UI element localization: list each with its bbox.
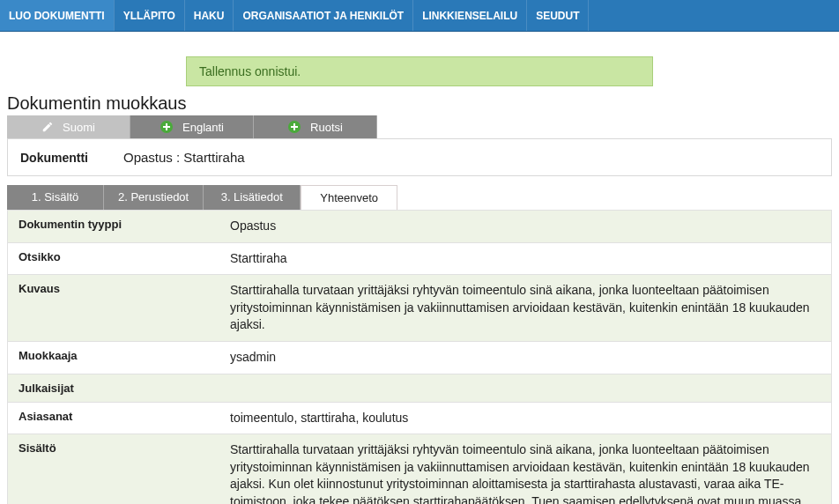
row-asiasanat: Asiasanat toimeentulo, starttiraha, koul… bbox=[8, 403, 831, 435]
row-kuvaus: Kuvaus Starttirahalla turvataan yrittäjä… bbox=[8, 275, 831, 342]
detail-value: Starttiraha bbox=[219, 243, 298, 275]
detail-value: Starttirahalla turvataan yrittäjäksi ryh… bbox=[219, 275, 831, 341]
detail-label: Muokkaaja bbox=[8, 342, 219, 374]
document-label: Dokumentti bbox=[20, 151, 88, 165]
step-tab-lisatiedot[interactable]: 3. Lisätiedot bbox=[204, 185, 301, 210]
lang-tab-label: Englanti bbox=[182, 121, 224, 134]
nav-linkkienselailu[interactable]: LINKKIENSELAILU bbox=[413, 0, 527, 31]
lang-tab-englanti[interactable]: Englanti bbox=[130, 115, 254, 138]
step-tab-sisalto[interactable]: 1. Sisältö bbox=[7, 185, 104, 210]
notice-wrap: Tallennus onnistui. bbox=[0, 56, 839, 86]
document-value: Opastus : Starttiraha bbox=[123, 150, 245, 165]
row-otsikko: Otsikko Starttiraha bbox=[8, 243, 831, 276]
row-dokumentin-tyyppi: Dokumentin tyyppi Opastus bbox=[8, 211, 831, 243]
plus-icon bbox=[287, 120, 301, 134]
detail-table: Dokumentin tyyppi Opastus Otsikko Startt… bbox=[7, 210, 832, 504]
nav-luo-dokumentti[interactable]: LUO DOKUMENTTI bbox=[0, 0, 115, 31]
lang-tab-ruotsi[interactable]: Ruotsi bbox=[254, 115, 377, 138]
lang-tab-label: Ruotsi bbox=[310, 121, 343, 134]
nav-haku[interactable]: HAKU bbox=[185, 0, 234, 31]
detail-value: toimeentulo, starttiraha, koulutus bbox=[219, 403, 419, 434]
step-tab-yhteenveto[interactable]: Yhteenveto bbox=[301, 185, 397, 210]
row-muokkaaja: Muokkaaja ysadmin bbox=[8, 342, 831, 374]
detail-value: Starttirahalla turvataan yrittäjäksi ryh… bbox=[219, 434, 831, 504]
detail-value bbox=[219, 374, 241, 402]
page-title: Dokumentin muokkaus bbox=[7, 93, 839, 114]
step-tab-perustiedot[interactable]: 2. Perustiedot bbox=[104, 185, 204, 210]
step-tabs: 1. Sisältö 2. Perustiedot 3. Lisätiedot … bbox=[7, 185, 832, 210]
nav-seudut[interactable]: SEUDUT bbox=[527, 0, 589, 31]
detail-label: Dokumentin tyyppi bbox=[8, 211, 219, 242]
detail-label: Asiasanat bbox=[8, 403, 219, 434]
language-tabs: Suomi Englanti Ruotsi bbox=[7, 115, 832, 138]
detail-label: Kuvaus bbox=[8, 275, 219, 341]
top-navigation: LUO DOKUMENTTI YLLÄPITO HAKU ORGANISAATI… bbox=[0, 0, 839, 32]
pencil-icon bbox=[41, 121, 54, 133]
lang-tab-suomi[interactable]: Suomi bbox=[7, 115, 130, 138]
nav-organisaatiot[interactable]: ORGANISAATIOT JA HENKILÖT bbox=[234, 0, 413, 31]
success-notice: Tallennus onnistui. bbox=[186, 56, 653, 86]
plus-icon bbox=[160, 120, 174, 134]
document-header: Dokumentti Opastus : Starttiraha bbox=[7, 138, 832, 176]
detail-label: Julkaisijat bbox=[8, 374, 219, 402]
detail-label: Sisältö bbox=[8, 434, 219, 504]
row-sisalto: Sisältö Starttirahalla turvataan yrittäj… bbox=[8, 434, 831, 504]
detail-value: ysadmin bbox=[219, 342, 286, 374]
detail-label: Otsikko bbox=[8, 243, 219, 275]
nav-yllapito[interactable]: YLLÄPITO bbox=[115, 0, 185, 31]
detail-value: Opastus bbox=[219, 211, 286, 242]
row-julkaisijat: Julkaisijat bbox=[8, 374, 831, 403]
lang-tab-label: Suomi bbox=[63, 121, 95, 134]
